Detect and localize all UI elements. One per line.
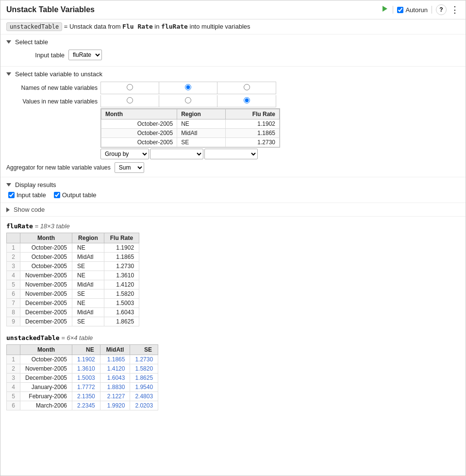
names-label: Names of new table variables (6, 85, 100, 91)
table-row: 3 October-2005 SE 1.2730 (7, 262, 139, 271)
display-results-header[interactable]: Display results (6, 181, 460, 188)
values-radio-month[interactable] (101, 95, 159, 107)
select-table-triangle (6, 40, 11, 44)
radio-section: Names of new table variables Values in n… (6, 82, 460, 107)
table-row: 5 November-2005 MidAtl 1.4120 (7, 280, 139, 289)
preview-table: Month Region Flu Rate October-2005 NE 1.… (101, 109, 280, 147)
table-row: 4 January-2006 1.7772 1.8830 1.9540 (7, 383, 158, 392)
more-button[interactable]: ⋮ (450, 4, 460, 15)
preview-th-month: Month (101, 109, 177, 119)
aggregator-select[interactable]: Sum Mean Min Max (115, 162, 144, 173)
autorun-label[interactable]: Autorun (397, 6, 428, 14)
show-code-label: Show code (14, 206, 45, 213)
output-area: fluRate = 18×3 table Month Region Flu Ra… (0, 217, 466, 424)
unstacked-var-name: unstackedTable (6, 334, 60, 341)
code-line: unstackedTable = Unstack data from Flu R… (0, 19, 466, 34)
code-table: fluRate (161, 23, 188, 30)
select-variable-triangle (6, 72, 11, 76)
code-description: = Unstack data from (64, 23, 122, 30)
input-table-select[interactable]: fluRate (68, 50, 102, 60)
select-table-label: Select table (15, 38, 48, 46)
table-row: 4 November-2005 NE 1.3610 (7, 271, 139, 280)
aggregator-label: Aggregator for new table variable values (6, 164, 111, 171)
table-row: 3 December-2005 1.5003 1.6043 1.8625 (7, 374, 158, 383)
divider (393, 6, 393, 14)
preview-r3-flurate: 1.2730 (225, 138, 279, 147)
input-table-checkbox-text: Input table (17, 191, 46, 199)
flurate-table-label: fluRate = 18×3 table (6, 222, 460, 230)
run-button[interactable] (381, 5, 389, 15)
values-label: Values in new table variables (6, 98, 100, 105)
preview-r3-month: October-2005 (101, 138, 177, 147)
flurate-th-idx (7, 233, 20, 243)
unstacked-descriptor: = 6×4 table (61, 334, 93, 341)
table-row: 9 December-2005 SE 1.8625 (7, 317, 139, 326)
preview-r2-month: October-2005 (101, 129, 177, 138)
select-variable-header[interactable]: Select table variable to unstack (6, 70, 460, 78)
names-radio-group (100, 82, 276, 94)
names-radio-month[interactable] (101, 82, 159, 94)
unstacked-th-se: SE (130, 345, 158, 355)
groupby-select-3[interactable] (204, 149, 258, 159)
values-radio-region[interactable] (159, 95, 217, 107)
select-table-section: Select table Input table fluRate (0, 34, 466, 67)
select-variable-section: Select table variable to unstack Names o… (0, 67, 466, 177)
preview-r1-flurate: 1.1902 (225, 119, 279, 129)
groupby-row: Group by (100, 149, 460, 159)
display-checkboxes: Input table Output table (6, 191, 460, 199)
output-table-checkbox[interactable] (54, 192, 60, 198)
values-row: Values in new table variables (6, 95, 460, 107)
table-row: 5 February-2006 2.1350 2.1227 2.4803 (7, 392, 158, 401)
preview-r2-region: MidAtl (177, 129, 226, 138)
divider2 (432, 6, 432, 14)
show-code-triangle (6, 207, 10, 212)
unstacked-th-idx (7, 345, 20, 355)
table-row: 2 October-2005 MidAtl 1.1865 (7, 253, 139, 262)
values-radio-group (100, 95, 276, 107)
select-variable-label: Select table variable to unstack (15, 70, 102, 78)
groupby-select-2[interactable] (150, 149, 203, 159)
preview-row-1: October-2005 NE 1.1902 (101, 119, 280, 129)
flurate-descriptor: = 18×3 table (34, 222, 69, 230)
preview-scroll[interactable]: Month Region Flu Rate October-2005 NE 1.… (101, 109, 280, 147)
preview-th-flurate: Flu Rate (225, 109, 279, 119)
code-col: Flu Rate (122, 23, 153, 30)
output-variable-badge: unstackedTable (6, 22, 62, 31)
flurate-var-name: fluRate (6, 222, 33, 230)
input-table-label: Input table (6, 51, 65, 59)
table-row: 1 October-2005 1.1902 1.1865 1.2730 (7, 355, 158, 364)
preview-r3-region: SE (177, 138, 226, 147)
table-row: 6 November-2005 SE 1.5820 (7, 289, 139, 299)
display-results-section: Display results Input table Output table (0, 177, 466, 203)
code-mid: in (154, 23, 161, 30)
preview-r1-month: October-2005 (101, 119, 177, 129)
help-button[interactable]: ? (436, 4, 447, 15)
values-radio-flurate[interactable] (217, 95, 276, 107)
show-code-row[interactable]: Show code (0, 203, 466, 217)
names-radio-region[interactable] (159, 82, 217, 94)
table-row: 1 October-2005 NE 1.1902 (7, 243, 139, 253)
preview-r1-region: NE (177, 119, 226, 129)
output-table-checkbox-label[interactable]: Output table (54, 191, 97, 199)
names-row: Names of new table variables (6, 82, 460, 94)
names-radio-flurate[interactable] (217, 82, 276, 94)
table-row: 6 March-2006 2.2345 1.9920 2.0203 (7, 401, 158, 410)
output-table-checkbox-text: Output table (62, 191, 97, 199)
app-title: Unstack Table Variables (6, 5, 95, 14)
input-table-checkbox[interactable] (8, 192, 15, 198)
select-table-header[interactable]: Select table (6, 38, 460, 46)
unstacked-th-month: Month (20, 345, 72, 355)
display-results-label: Display results (15, 181, 56, 188)
code-end: into multiple variables (190, 23, 250, 30)
groupby-select-1[interactable]: Group by (100, 149, 149, 159)
flurate-th-region: Region (72, 233, 104, 243)
input-table-row: Input table fluRate (6, 50, 460, 60)
preview-row-3: October-2005 SE 1.2730 (101, 138, 280, 147)
autorun-checkbox[interactable] (397, 7, 403, 13)
header-actions: Autorun ? ⋮ (381, 4, 460, 15)
unstacked-th-midatl: MidAtl (100, 345, 130, 355)
preview-table-container: Month Region Flu Rate October-2005 NE 1.… (100, 108, 280, 148)
input-table-checkbox-label[interactable]: Input table (8, 191, 46, 199)
preview-th-region: Region (177, 109, 226, 119)
preview-row-2: October-2005 MidAtl 1.1865 (101, 129, 280, 138)
